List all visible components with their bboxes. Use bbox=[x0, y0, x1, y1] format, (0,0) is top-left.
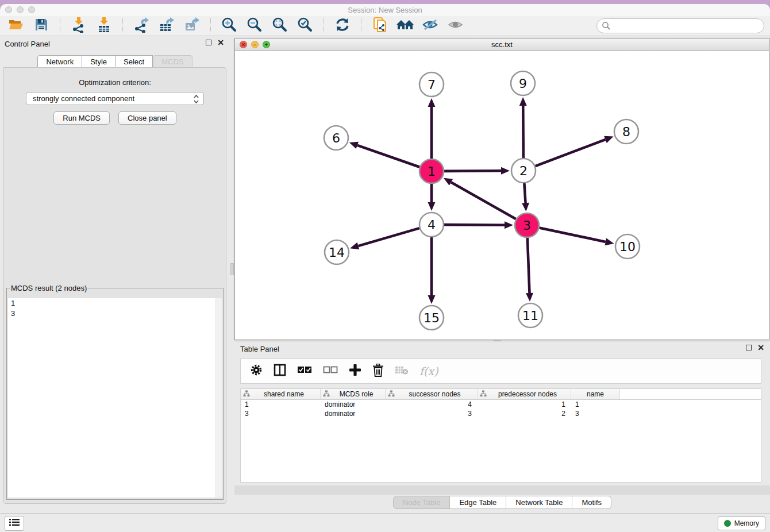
graph-edge-3-10[interactable] bbox=[540, 228, 606, 242]
import-table-button[interactable] bbox=[91, 17, 117, 35]
tab-edge-table[interactable]: Edge Table bbox=[450, 496, 506, 509]
graph-node-11[interactable]: 11 bbox=[518, 303, 542, 327]
export-network-button[interactable] bbox=[129, 17, 154, 35]
graph-node-9[interactable]: 9 bbox=[511, 71, 535, 95]
table-row[interactable]: 1 dominator 4 1 1 bbox=[241, 400, 761, 409]
float-table-panel-icon[interactable] bbox=[746, 345, 752, 350]
table-settings-button[interactable] bbox=[250, 364, 263, 379]
graph-node-6[interactable]: 6 bbox=[324, 126, 348, 150]
graph-edge-2-3[interactable] bbox=[524, 183, 525, 203]
tab-node-table[interactable]: Node Table bbox=[393, 496, 451, 509]
cell-name[interactable]: 3 bbox=[571, 409, 620, 418]
memory-button[interactable]: Memory bbox=[718, 516, 765, 530]
graph-edge-2-8[interactable] bbox=[536, 140, 606, 166]
network-window-titlebar[interactable]: ✕ − + scc.txt bbox=[235, 38, 769, 51]
graph-edge-3-11[interactable] bbox=[528, 238, 530, 293]
cell-name[interactable]: 1 bbox=[571, 400, 620, 409]
network-canvas[interactable]: 7968124314101511 bbox=[235, 51, 769, 340]
graph-node-7[interactable]: 7 bbox=[419, 72, 444, 97]
float-panel-icon[interactable] bbox=[206, 40, 211, 45]
open-session-button[interactable] bbox=[3, 17, 29, 35]
zoom-in-button[interactable] bbox=[217, 17, 242, 35]
network-window-title: scc.txt bbox=[235, 40, 769, 49]
table-row[interactable]: 3 dominator 3 2 3 bbox=[241, 409, 761, 418]
tab-network[interactable]: Network bbox=[37, 55, 82, 68]
run-mcds-button[interactable]: Run MCDS bbox=[53, 111, 110, 125]
hide-button[interactable] bbox=[418, 17, 443, 35]
graph-node-1[interactable]: 1 bbox=[419, 159, 444, 183]
tab-style[interactable]: Style bbox=[82, 55, 116, 68]
graph-node-label: 3 bbox=[523, 218, 531, 233]
cell-successor-nodes[interactable]: 4 bbox=[386, 400, 478, 409]
zoom-fit-button[interactable] bbox=[267, 17, 292, 35]
splitter-handle-vertical[interactable] bbox=[230, 263, 234, 275]
list-icon bbox=[9, 518, 20, 529]
cell-mcds-role[interactable]: dominator bbox=[321, 400, 386, 409]
graph-node-label: 9 bbox=[519, 76, 527, 91]
toolbar-separator bbox=[122, 18, 123, 33]
close-table-panel-icon[interactable]: ✕ bbox=[757, 345, 764, 350]
graph-node-4[interactable]: 4 bbox=[419, 213, 444, 237]
mcds-result-textarea[interactable]: 1 3 bbox=[8, 298, 222, 498]
graph-edge-arrowhead bbox=[519, 97, 527, 106]
table-panel: Table Panel ✕ bbox=[234, 342, 770, 513]
save-session-button[interactable] bbox=[29, 17, 54, 35]
export-image-button[interactable] bbox=[179, 17, 205, 35]
delete-column-button[interactable] bbox=[372, 364, 384, 379]
graph-edge-arrowhead bbox=[605, 238, 614, 246]
graph-node-10[interactable]: 10 bbox=[615, 234, 640, 259]
dropdown-stepper-icon bbox=[193, 94, 199, 106]
clone-network-button[interactable] bbox=[367, 17, 392, 35]
tab-motifs[interactable]: Motifs bbox=[572, 496, 611, 509]
close-panel-button[interactable]: Close panel bbox=[118, 111, 176, 125]
graph-edge-4-14[interactable] bbox=[358, 228, 419, 246]
graph-edge-4-3[interactable] bbox=[444, 225, 505, 225]
memory-status-icon bbox=[724, 520, 731, 527]
graph-edge-1-2[interactable] bbox=[444, 171, 501, 171]
column-header-predecessor-nodes[interactable]: predecessor nodes bbox=[478, 389, 571, 399]
houses-button[interactable] bbox=[392, 17, 418, 35]
graph-node-label: 4 bbox=[428, 218, 436, 232]
zoom-out-button[interactable] bbox=[242, 17, 267, 35]
cell-predecessor-nodes[interactable]: 2 bbox=[478, 409, 571, 418]
cell-shared-name[interactable]: 1 bbox=[241, 400, 321, 409]
cell-shared-name[interactable]: 3 bbox=[241, 409, 321, 418]
zoom-selected-button[interactable] bbox=[292, 17, 318, 35]
show-button[interactable] bbox=[443, 17, 468, 35]
result-scrollbar[interactable] bbox=[215, 298, 222, 498]
column-header-shared-name[interactable]: shared name bbox=[241, 389, 321, 399]
add-column-button[interactable] bbox=[349, 364, 361, 379]
search-input[interactable] bbox=[596, 18, 764, 33]
cell-predecessor-nodes[interactable]: 1 bbox=[478, 400, 571, 409]
open-folder-icon bbox=[8, 18, 24, 34]
tab-network-table[interactable]: Network Table bbox=[506, 496, 572, 509]
select-all-button[interactable] bbox=[297, 365, 312, 377]
graph-edge-arrowhead bbox=[522, 203, 529, 211]
task-history-button[interactable] bbox=[5, 516, 24, 531]
column-browser-button[interactable] bbox=[274, 364, 286, 379]
export-table-button[interactable] bbox=[154, 17, 179, 35]
graph-edge-3-1[interactable] bbox=[451, 182, 516, 219]
cell-successor-nodes[interactable]: 3 bbox=[386, 409, 478, 418]
graph-node-8[interactable]: 8 bbox=[614, 119, 638, 144]
tab-select[interactable]: Select bbox=[116, 55, 153, 68]
graph-node-14[interactable]: 14 bbox=[325, 240, 349, 264]
graph-node-3[interactable]: 3 bbox=[515, 213, 539, 237]
deselect-all-button[interactable] bbox=[323, 365, 338, 377]
close-panel-icon[interactable]: ✕ bbox=[217, 40, 224, 45]
graph-node-2[interactable]: 2 bbox=[511, 159, 536, 183]
hierarchy-icon bbox=[243, 390, 250, 399]
cell-mcds-role[interactable]: dominator bbox=[321, 409, 386, 418]
graph-edge-2-9[interactable] bbox=[523, 106, 523, 158]
optimization-dropdown[interactable]: strongly connected component bbox=[26, 92, 204, 105]
column-header-successor-nodes[interactable]: successor nodes bbox=[386, 389, 478, 399]
column-header-mcds-role[interactable]: MCDS role bbox=[321, 389, 386, 399]
import-network-button[interactable] bbox=[66, 17, 91, 35]
graph-node-15[interactable]: 15 bbox=[419, 306, 444, 330]
graph-edge-arrowhead bbox=[526, 293, 533, 302]
graph-edge-1-6[interactable] bbox=[357, 145, 419, 167]
refresh-button[interactable] bbox=[330, 17, 355, 35]
column-header-name[interactable]: name bbox=[571, 389, 620, 399]
toolbar-separator bbox=[324, 18, 324, 33]
tab-mcds[interactable]: MCDS bbox=[153, 55, 192, 68]
